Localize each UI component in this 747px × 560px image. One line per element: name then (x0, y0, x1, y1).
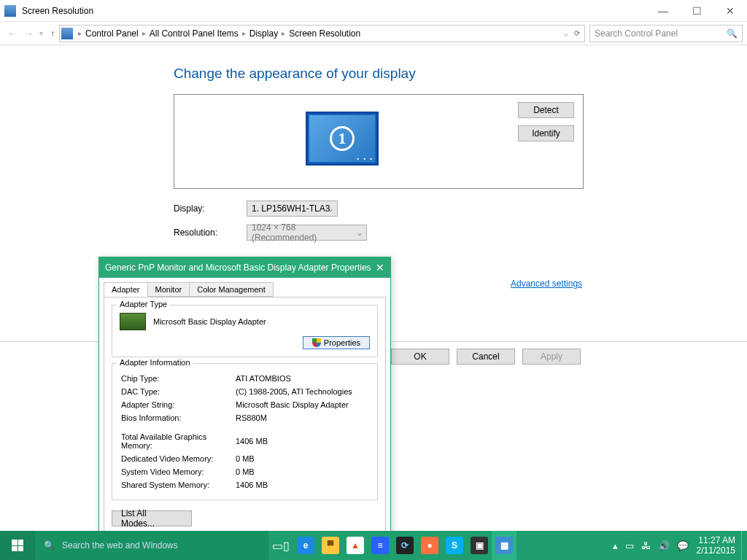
ie-icon[interactable]: e (293, 531, 318, 560)
total-mem-value: 1406 MB (236, 425, 368, 451)
chevron-right-icon: ▸ (78, 29, 82, 37)
dialog-titlebar[interactable]: Generic PnP Monitor and Microsoft Basic … (99, 257, 390, 278)
windows-logo-icon (12, 540, 23, 551)
list-all-modes-button[interactable]: List All Modes... (112, 510, 192, 526)
volume-icon[interactable]: 🔊 (658, 540, 670, 551)
address-bar[interactable]: ▸ Control Panel ▸ All Control Panel Item… (59, 25, 585, 42)
show-desktop-button[interactable] (741, 531, 747, 560)
chevron-right-icon: ▸ (242, 29, 246, 37)
shared-mem-value: 1406 MB (236, 479, 368, 491)
up-button[interactable]: ↑ (50, 28, 55, 39)
uac-shield-icon (312, 338, 321, 347)
file-explorer-icon[interactable]: ▀ (318, 531, 343, 560)
resolution-value: 747 × 560 (Recommended) (252, 222, 362, 243)
resolution-select[interactable]: 747 × 560 (Recommended) ⌵ (247, 225, 367, 241)
window-title: Screen Resolution (22, 6, 93, 16)
search-icon: 🔍 (727, 28, 738, 39)
monitor-number: 1 (330, 126, 355, 151)
battery-icon[interactable]: ▭ (625, 540, 634, 551)
window-titlebar: Screen Resolution — ☐ ✕ (0, 0, 747, 22)
dialog-tabs: Adapter Monitor Color Management (99, 278, 390, 297)
app-icon-generic[interactable]: ⟳ (392, 531, 417, 560)
adapter-string-value: Microsoft Basic Display Adapter (236, 399, 368, 411)
taskbar-search[interactable]: 🔍 Search the web and Windows (35, 531, 268, 560)
maximize-button[interactable]: ☐ (680, 0, 713, 22)
task-view-button[interactable]: ▭▯ (268, 531, 293, 560)
monitor-thumbnail[interactable]: 1 • • • (306, 112, 379, 166)
cancel-button[interactable]: Cancel (457, 349, 515, 365)
tab-monitor[interactable]: Monitor (147, 282, 190, 297)
page-heading: Change the appearance of your display (174, 66, 747, 82)
nav-bar: ← → ▾ ↑ ▸ Control Panel ▸ All Control Pa… (0, 22, 747, 45)
network-icon[interactable]: 🖧 (641, 540, 651, 551)
crumb-all-items[interactable]: All Control Panel Items (148, 28, 240, 39)
dialog-close-button[interactable]: ✕ (376, 262, 384, 273)
taskbar: 🔍 Search the web and Windows ▭▯ e ▀ ▲ ≡ … (0, 531, 747, 560)
tray-overflow-icon[interactable]: ▴ (613, 540, 618, 551)
back-button[interactable]: ← (7, 28, 18, 39)
adapter-info-legend: Adapter Information (117, 358, 193, 367)
adapter-type-group: Adapter Type Microsoft Basic Display Ada… (112, 305, 378, 357)
close-button[interactable]: ✕ (713, 0, 747, 22)
chip-type-label: Chip Type: (121, 373, 234, 384)
ok-button[interactable]: OK (391, 349, 449, 365)
recent-dropdown[interactable]: ▾ (39, 29, 43, 37)
properties-label: Properties (324, 338, 360, 347)
search-placeholder: Search Control Panel (595, 28, 678, 39)
clock-date: 2/11/2015 (697, 545, 735, 556)
vlc-icon[interactable]: ▲ (343, 531, 368, 560)
tab-body-adapter: Adapter Type Microsoft Basic Display Ada… (104, 297, 386, 534)
bios-value: RS880M (236, 412, 368, 424)
chevron-right-icon: ▸ (282, 29, 285, 37)
system-vid-label: System Video Memory: (121, 466, 234, 478)
skype-icon[interactable]: S (442, 531, 467, 560)
adapter-info-group: Adapter Information Chip Type:ATI ATOMBI… (112, 363, 378, 500)
chevron-right-icon: ▸ (142, 29, 146, 37)
adapter-string-label: Adapter String: (121, 399, 234, 411)
dac-type-label: DAC Type: (121, 386, 234, 397)
dialog-title: Generic PnP Monitor and Microsoft Basic … (105, 262, 371, 273)
detect-button[interactable]: Detect (518, 102, 574, 118)
adapter-type-legend: Adapter Type (117, 300, 170, 308)
display-select[interactable]: 1. LP156WH1-TLA3 ⌵ (247, 201, 338, 217)
system-tray: ▴ ▭ 🖧 🔊 💬 11:27 AM 2/11/2015 (609, 531, 747, 560)
properties-button[interactable]: Properties (303, 336, 370, 349)
forward-button[interactable]: → (23, 28, 34, 39)
dac-type-value: (C) 1988-2005, ATI Technologies (236, 386, 368, 397)
chip-type-value: ATI ATOMBIOS (236, 373, 368, 384)
start-button[interactable] (0, 531, 35, 560)
chevron-down-icon: ⌵ (328, 205, 333, 213)
apply-button[interactable]: Apply (522, 349, 581, 365)
clock-time: 11:27 AM (697, 535, 735, 545)
tab-color-management[interactable]: Color Management (189, 282, 274, 297)
display-preview-box: 1 • • • Detect Identify (174, 94, 584, 189)
total-mem-label: Total Available Graphics Memory: (121, 425, 234, 451)
taskbar-apps: ▭▯ e ▀ ▲ ≡ ⟳ ● S ▣ ▦ (268, 531, 516, 560)
display-row: Display: 1. LP156WH1-TLA3 ⌵ (174, 201, 338, 217)
refresh-icon[interactable]: ⟳ (574, 29, 580, 37)
resolution-row: Resolution: 747 × 560 (Recommended) ⌵ (174, 225, 367, 241)
search-icon: 🔍 (44, 540, 55, 551)
page-body: Change the appearance of your display 1 … (0, 45, 747, 82)
adapter-properties-dialog: Generic PnP Monitor and Microsoft Basic … (98, 257, 391, 560)
identify-button[interactable]: Identify (518, 125, 574, 141)
app-icon (4, 5, 16, 17)
firefox-icon[interactable]: ● (417, 531, 442, 560)
system-vid-value: 0 MB (236, 466, 368, 478)
page-button-row: OK Cancel Apply (391, 349, 581, 365)
crumb-control-panel[interactable]: Control Panel (84, 28, 140, 39)
crumb-screen-resolution[interactable]: Screen Resolution (287, 28, 362, 39)
reader-icon[interactable]: ≡ (368, 531, 392, 560)
search-input[interactable]: Search Control Panel 🔍 (589, 25, 743, 42)
taskbar-clock[interactable]: 11:27 AM 2/11/2015 (697, 535, 735, 556)
advanced-settings-link[interactable]: Advanced settings (511, 279, 582, 289)
address-dropdown-icon[interactable]: ⌵ (564, 29, 568, 37)
dedicated-mem-label: Dedicated Video Memory: (121, 453, 234, 464)
store-icon[interactable]: ▣ (467, 531, 492, 560)
display-value: 1. LP156WH1-TLA3 (252, 203, 330, 214)
tab-adapter[interactable]: Adapter (104, 282, 148, 297)
crumb-display[interactable]: Display (248, 28, 279, 39)
control-panel-task-icon[interactable]: ▦ (492, 531, 516, 560)
minimize-button[interactable]: — (646, 0, 680, 22)
action-center-icon[interactable]: 💬 (677, 540, 689, 551)
